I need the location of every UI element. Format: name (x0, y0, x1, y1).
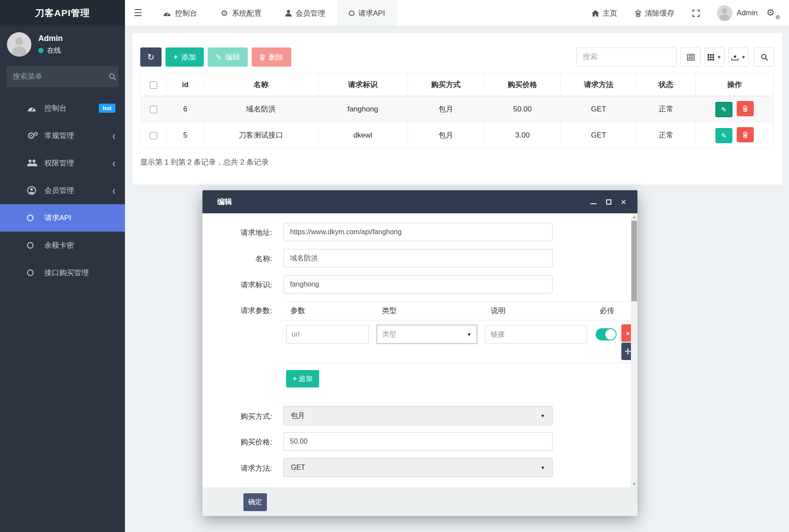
param-type-select[interactable]: 类型 ▼ (377, 325, 477, 344)
cell-method: GET (561, 96, 637, 122)
cell-price: 50.00 (484, 96, 561, 122)
table-row[interactable]: 6 域名防洪 fanghong 包月 50.00 GET 正常 ✎ (141, 96, 774, 122)
search-button[interactable] (754, 47, 774, 67)
move-icon (625, 348, 631, 354)
modal-scrollbar[interactable]: ▲ ▼ (631, 213, 637, 488)
request-params-label: 请求参数: (202, 306, 272, 316)
add-button[interactable]: +添加 (165, 47, 204, 67)
sidebar-item-permissions[interactable]: 权限管理 ‹ (0, 149, 125, 177)
tab-dashboard[interactable]: 控制台 (151, 0, 209, 26)
sidebar-item-api-purchase[interactable]: 接口购买管理 (0, 259, 125, 286)
refresh-button[interactable]: ↻ (140, 47, 162, 67)
append-param-button[interactable]: +追加 (286, 370, 319, 387)
col-ops[interactable]: 操作 (696, 74, 774, 96)
table-header-row: id 名称 请求标识 购买方式 购买价格 请求方法 状态 操作 (141, 74, 774, 96)
row-checkbox[interactable] (150, 106, 157, 113)
x-icon: × (626, 330, 630, 337)
sidebar-item-dashboard[interactable]: 控制台 hot (0, 94, 125, 122)
row-delete-button[interactable] (737, 101, 754, 116)
sidebar-item-general[interactable]: ⚙⚙ 常规管理 ‹ (0, 122, 125, 149)
sidebar-item-label: 余额卡密 (44, 240, 74, 250)
close-icon[interactable]: × (621, 198, 626, 206)
users-icon (27, 159, 44, 167)
top-navbar: ☰ 控制台 ⚙ 系统配置 会员管理 请求API 主页 清除缓存 (125, 0, 789, 26)
row-delete-button[interactable] (737, 127, 754, 142)
cell-method: GET (561, 122, 637, 148)
name-input[interactable] (283, 249, 553, 267)
append-label: 追加 (299, 374, 313, 384)
param-desc-input[interactable] (485, 325, 587, 343)
add-label: 添加 (181, 52, 196, 62)
method-select[interactable]: GET ▼ (283, 458, 553, 477)
table-row[interactable]: 5 刀客测试接口 dkewl 包月 3.00 GET 正常 ✎ (141, 122, 774, 148)
scrollbar-thumb[interactable] (631, 221, 637, 301)
modal-header[interactable]: 编辑 × (202, 190, 637, 213)
clear-cache-link[interactable]: 清除缓存 (626, 8, 683, 18)
col-tag[interactable]: 请求标识 (318, 74, 408, 96)
select-all-checkbox[interactable] (150, 81, 157, 89)
required-toggle[interactable] (596, 328, 617, 340)
circle-icon (27, 242, 44, 249)
table-panel: ↻ +添加 ✎编辑 删除 ▼ (132, 33, 782, 185)
buy-mode-value: 包月 (291, 411, 305, 421)
request-tag-input[interactable] (283, 275, 553, 293)
request-url-input[interactable] (283, 223, 553, 241)
avatar[interactable] (717, 5, 732, 21)
hamburger-icon[interactable]: ☰ (125, 0, 151, 26)
sidebar-item-members[interactable]: 会员管理 ‹ (0, 177, 125, 204)
modal-body: 请求地址: 名称: 请求标识: 请求参数: 参数 类型 说明 必传 类型 ▼ ×… (202, 213, 637, 488)
sidebar-item-request-api[interactable]: 请求API (0, 204, 125, 232)
col-id[interactable]: id (166, 74, 204, 96)
user-profile: Admin 在线 (0, 26, 125, 60)
fullscreen-icon (692, 9, 700, 17)
home-link[interactable]: 主页 (583, 8, 626, 18)
avatar (7, 32, 31, 57)
sidebar-item-label: 请求API (44, 213, 71, 223)
minimize-icon[interactable] (590, 200, 597, 204)
row-edit-button[interactable]: ✎ (715, 102, 732, 117)
price-input[interactable] (283, 432, 553, 451)
buy-mode-select[interactable]: 包月 ▼ (283, 406, 553, 425)
fullscreen-button[interactable] (683, 9, 709, 17)
tab-request-api[interactable]: 请求API (337, 0, 397, 26)
sidebar-search-input[interactable] (13, 72, 109, 81)
pencil-icon: ✎ (216, 53, 222, 62)
trash-icon (635, 10, 641, 17)
modal-title: 编辑 (217, 197, 232, 207)
tab-label: 会员管理 (296, 8, 325, 18)
pagination-summary: 显示第 1 到第 2 条记录，总共 2 条记录 (140, 157, 774, 167)
method-label: 请求方法: (202, 463, 272, 473)
param-col-required: 必传 (600, 306, 614, 316)
scroll-up-icon[interactable]: ▲ (631, 213, 637, 220)
col-method[interactable]: 请求方法 (561, 74, 637, 96)
tab-members[interactable]: 会员管理 (273, 0, 337, 26)
hot-badge: hot (99, 104, 115, 113)
user-status: 在线 (47, 46, 61, 55)
export-button[interactable]: ▼ (728, 47, 749, 67)
param-name-input[interactable] (286, 325, 369, 343)
circle-icon (27, 269, 44, 276)
chevron-down-icon: ▼ (741, 54, 746, 60)
edit-button[interactable]: ✎编辑 (208, 47, 248, 67)
scroll-down-icon[interactable]: ▼ (631, 481, 637, 488)
table-search-input[interactable] (577, 47, 677, 67)
param-col-type: 类型 (382, 306, 397, 316)
col-buy-mode[interactable]: 购买方式 (408, 74, 484, 96)
row-edit-button[interactable]: ✎ (715, 128, 732, 143)
columns-button[interactable]: ▼ (705, 47, 725, 67)
maximize-icon[interactable] (606, 199, 611, 205)
detail-view-button[interactable] (681, 47, 701, 67)
tab-system-config[interactable]: ⚙ 系统配置 (209, 0, 273, 26)
circle-icon (27, 215, 44, 221)
clear-cache-label: 清除缓存 (645, 8, 674, 18)
col-name[interactable]: 名称 (204, 74, 318, 96)
sidebar-item-balance-cards[interactable]: 余额卡密 (0, 232, 125, 259)
settings-button[interactable]: ⚙⚙ (758, 7, 781, 19)
confirm-button[interactable]: 确定 (243, 493, 267, 511)
row-checkbox[interactable] (150, 132, 157, 139)
col-price[interactable]: 购买价格 (484, 74, 561, 96)
grid-icon (708, 54, 714, 61)
delete-button[interactable]: 删除 (252, 47, 291, 67)
param-col-desc: 说明 (491, 306, 506, 316)
col-status[interactable]: 状态 (637, 74, 696, 96)
